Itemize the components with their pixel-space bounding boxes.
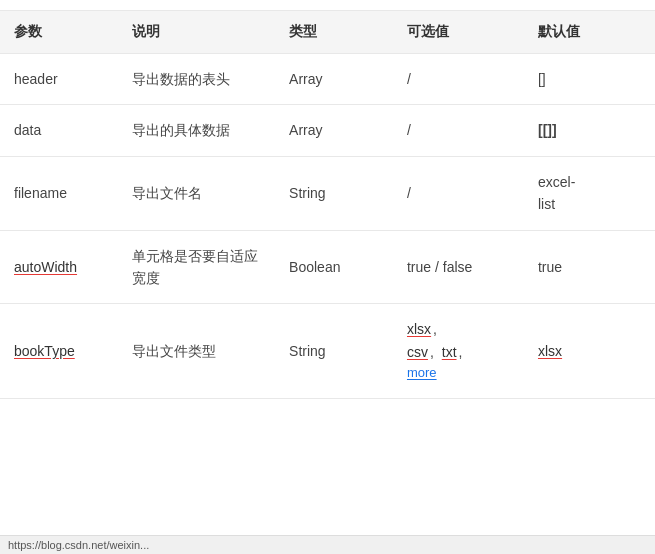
desc-cell: 导出数据的表头 [118,54,275,105]
table-row: filename 导出文件名 String / excel-list [0,156,655,230]
type-cell: Boolean [275,230,393,304]
more-link[interactable]: more [407,363,437,384]
param-cell: autoWidth [0,230,118,304]
type-value: Array [289,122,322,138]
desc-cell: 导出的具体数据 [118,105,275,156]
page-wrapper: 参数 说明 类型 可选值 默认值 header 导出数据的表头 [0,0,655,554]
opts-value: / [407,71,411,87]
opts-cell: xlsx, csv, txt, more [393,304,524,399]
opts-value: / [407,122,411,138]
def-cell: excel-list [524,156,655,230]
opts-row-1: xlsx, [407,318,510,340]
type-cell: String [275,156,393,230]
desc-cell: 单元格是否要自适应宽度 [118,230,275,304]
opts-value: true / false [407,259,472,275]
desc-value: 导出文件类型 [132,343,216,359]
opts-cell: / [393,54,524,105]
type-cell: Array [275,54,393,105]
type-value: Boolean [289,259,340,275]
def-value: [] [538,71,546,87]
def-cell: [[]] [524,105,655,156]
param-cell: header [0,54,118,105]
col-header-desc: 说明 [118,11,275,54]
url-text: https://blog.csdn.net/weixin... [8,539,149,551]
type-value: String [289,185,326,201]
comma-2: , [430,341,434,363]
def-value: [[]] [538,122,557,138]
header-row: 参数 说明 类型 可选值 默认值 [0,11,655,54]
def-cell: true [524,230,655,304]
desc-value: 导出的具体数据 [132,122,230,138]
opt-link-txt[interactable]: txt [442,341,457,363]
table-row: data 导出的具体数据 Array / [[]] [0,105,655,156]
table-header: 参数 说明 类型 可选值 默认值 [0,11,655,54]
param-value: filename [14,185,67,201]
def-cell: [] [524,54,655,105]
status-bar: https://blog.csdn.net/weixin... [0,535,655,554]
param-link-autowidth[interactable]: autoWidth [14,259,77,275]
comma-3: , [459,341,463,363]
desc-value: 单元格是否要自适应宽度 [132,248,258,286]
opts-value: / [407,185,411,201]
desc-cell: 导出文件类型 [118,304,275,399]
comma-1: , [433,318,437,340]
table-row: header 导出数据的表头 Array / [] [0,54,655,105]
opts-row-3: more [407,363,510,384]
def-value: true [538,259,562,275]
type-cell: String [275,304,393,399]
opts-cell: true / false [393,230,524,304]
opts-row-2: csv, txt, [407,341,510,363]
param-value: header [14,71,58,87]
desc-value: 导出文件名 [132,185,202,201]
param-value: data [14,122,41,138]
opts-cell: / [393,156,524,230]
def-cell: xlsx [524,304,655,399]
col-header-def: 默认值 [524,11,655,54]
desc-value: 导出数据的表头 [132,71,230,87]
params-table: 参数 说明 类型 可选值 默认值 header 导出数据的表头 [0,10,655,399]
opts-cell: / [393,105,524,156]
opt-link-csv[interactable]: csv [407,341,428,363]
table-container: 参数 说明 类型 可选值 默认值 header 导出数据的表头 [0,0,655,409]
col-header-param: 参数 [0,11,118,54]
def-link-xlsx[interactable]: xlsx [538,343,562,359]
param-link-booktype[interactable]: bookType [14,343,75,359]
type-value: String [289,343,326,359]
param-cell: bookType [0,304,118,399]
def-value: excel-list [538,174,575,212]
col-header-opts: 可选值 [393,11,524,54]
table-row: bookType 导出文件类型 String xlsx, [0,304,655,399]
opt-link-xlsx[interactable]: xlsx [407,318,431,340]
table-body: header 导出数据的表头 Array / [] [0,54,655,399]
opts-content: xlsx, csv, txt, more [407,318,510,384]
param-cell: filename [0,156,118,230]
type-value: Array [289,71,322,87]
col-header-type: 类型 [275,11,393,54]
param-cell: data [0,105,118,156]
desc-cell: 导出文件名 [118,156,275,230]
type-cell: Array [275,105,393,156]
table-row: autoWidth 单元格是否要自适应宽度 Boolean true / fal… [0,230,655,304]
